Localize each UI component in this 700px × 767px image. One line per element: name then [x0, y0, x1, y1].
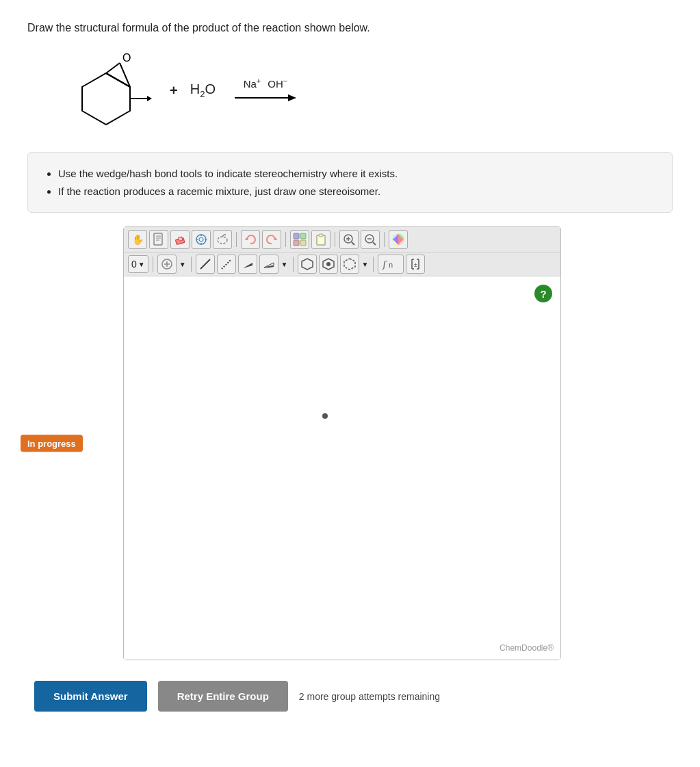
svg-line-41 [200, 259, 210, 269]
button-row: Submit Answer Retry Entire Group 2 more … [34, 681, 673, 712]
svg-text:ʃ: ʃ [382, 259, 387, 270]
svg-marker-43 [243, 263, 252, 268]
svg-point-49 [326, 262, 330, 266]
zoom-out-btn[interactable] [361, 230, 380, 249]
paste-btn[interactable] [311, 230, 330, 249]
submit-answer-button[interactable]: Submit Answer [34, 681, 147, 712]
ring-filled-btn[interactable] [319, 255, 338, 274]
svg-rect-14 [179, 237, 183, 242]
svg-text:O: O [122, 52, 131, 64]
atom-dot [322, 413, 328, 419]
hand-tool-btn[interactable]: ✋ [128, 230, 147, 249]
rotate-left-btn[interactable] [241, 230, 260, 249]
svg-line-1 [106, 63, 120, 73]
ring-settings-btn[interactable] [192, 230, 211, 249]
svg-marker-8 [288, 94, 296, 101]
reaction-arrow-svg [235, 91, 296, 105]
svg-line-36 [373, 242, 376, 245]
arrow-area: Na+ OH− [235, 77, 296, 105]
wedge-bold-btn[interactable] [238, 255, 257, 274]
svg-marker-0 [82, 73, 130, 125]
toolbar-row2: 0 ▼ ▼ ▼ [124, 252, 560, 276]
toolbar-separator-5 [153, 257, 153, 272]
svg-rect-29 [319, 234, 323, 237]
toolbar-separator-3 [335, 232, 335, 247]
instruction-1: Use the wedge/hash bond tools to indicat… [58, 165, 656, 183]
svg-text:n: n [389, 261, 393, 269]
eraser-btn[interactable] [170, 230, 190, 249]
toolbar-separator-4 [384, 232, 385, 247]
single-bond-btn[interactable] [196, 255, 215, 274]
toolbar-row1: ✋ [124, 227, 560, 252]
toolbar-separator-6 [191, 257, 192, 272]
reaction-equation: O + H2O Na+ OH− [68, 49, 673, 131]
svg-line-42 [222, 259, 231, 269]
svg-text:±: ± [414, 261, 417, 268]
svg-point-15 [196, 235, 206, 244]
catalyst-na: Na+ [244, 77, 261, 90]
svg-rect-27 [300, 240, 306, 246]
ring-open-btn[interactable] [298, 255, 317, 274]
template-btn[interactable] [290, 230, 309, 249]
new-btn[interactable] [149, 230, 168, 249]
instructions-box: Use the wedge/hash bond tools to indicat… [27, 152, 673, 213]
dashed-bond-btn[interactable] [217, 255, 236, 274]
in-progress-badge: In progress [21, 435, 83, 452]
plus-sign: + [170, 83, 178, 99]
water-label: H2O [190, 81, 216, 99]
wedge-hash-btn[interactable] [259, 255, 278, 274]
zoom-in-btn[interactable] [339, 230, 359, 249]
svg-rect-9 [154, 233, 162, 245]
rotate-right-btn[interactable] [262, 230, 281, 249]
toolbar-separator-7 [293, 257, 294, 272]
molecule-svg: O [68, 49, 157, 131]
catalyst-oh: OH− [268, 77, 287, 90]
instruction-2: If the reaction produces a racemic mixtu… [58, 183, 656, 200]
svg-marker-5 [147, 96, 152, 101]
question-text: Draw the structural formula of the produ… [27, 21, 673, 36]
attempts-remaining-text: 2 more group attempts remaining [299, 691, 440, 702]
canvas-area[interactable]: ? ChemDoodle® [124, 276, 560, 660]
toolbar-separator-1 [236, 232, 237, 247]
toolbar-separator-2 [285, 232, 286, 247]
add-bond-btn[interactable] [157, 255, 177, 274]
lasso-btn[interactable] [213, 230, 232, 249]
svg-rect-25 [300, 233, 306, 239]
retry-entire-group-button[interactable]: Retry Entire Group [158, 681, 288, 712]
atom-dropdown[interactable]: 0 ▼ [128, 255, 148, 273]
catalyst-label: Na+ OH− [244, 77, 288, 90]
svg-line-33 [352, 242, 354, 245]
bracket-btn[interactable]: ± [406, 255, 425, 274]
svg-rect-26 [294, 240, 299, 246]
color-btn[interactable] [389, 230, 408, 249]
svg-marker-50 [344, 259, 355, 270]
chemdoodle-watermark: ChemDoodle® [500, 643, 554, 653]
toolbar-separator-8 [373, 257, 374, 272]
ring-partial-btn[interactable] [340, 255, 359, 274]
chemdoodle-widget[interactable]: ✋ [123, 226, 561, 660]
formula-btn[interactable]: ʃn [378, 255, 404, 274]
svg-marker-47 [302, 259, 313, 270]
help-button[interactable]: ? [534, 285, 552, 302]
svg-point-16 [199, 237, 203, 242]
svg-point-21 [218, 237, 227, 244]
svg-rect-24 [294, 233, 299, 239]
